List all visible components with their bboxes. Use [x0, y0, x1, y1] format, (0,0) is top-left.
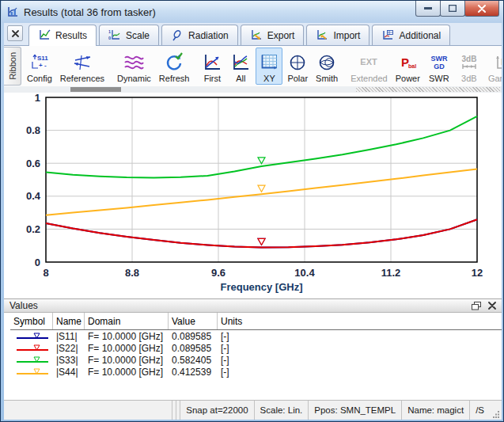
- values-panel-titlebar[interactable]: Values: [4, 298, 502, 313]
- ribbon-side-tab[interactable]: Ribbon: [4, 47, 21, 86]
- toolbar-button-label: XY: [263, 74, 275, 83]
- status-extra: /S: [469, 401, 490, 420]
- toolbar-button-smith[interactable]: Smith: [313, 48, 341, 85]
- tab-results[interactable]: Results: [28, 25, 97, 45]
- toolbar-button-label: SWR: [429, 74, 449, 83]
- additional-icon: [381, 29, 394, 41]
- values-close-button[interactable]: [488, 302, 496, 310]
- refresh-icon: [163, 51, 185, 74]
- tab-strip: Results 1 0 Scale Radiation: [4, 23, 502, 46]
- gamma-icon: Γ K: [492, 51, 502, 74]
- toolbar-button-refresh[interactable]: Refresh: [156, 48, 193, 85]
- toolbar-button-3db[interactable]: 3dB 3dB: [455, 48, 483, 85]
- svg-text:EXT: EXT: [361, 57, 378, 67]
- status-bar: Snap at=22000 Scale: Lin. Ppos: SMN_TEMP…: [4, 400, 502, 420]
- close-button[interactable]: [464, 1, 499, 17]
- svg-text:12: 12: [472, 267, 483, 279]
- toolbar-button-swr[interactable]: SWR GD SWR: [425, 48, 453, 85]
- column-header-name: Name: [53, 313, 85, 329]
- svg-text:0: 0: [35, 257, 40, 268]
- export-icon: [250, 29, 263, 41]
- table-row-s11[interactable]: |S11| F= 10.0000 [GHz] 0.089585 [-]: [10, 330, 502, 342]
- app-window: Results (total 36 from tasker) Results: [0, 0, 504, 422]
- scale-icon: 1 0: [108, 29, 121, 41]
- table-row-s44[interactable]: |S44| F= 10.0000 [GHz] 0.412539 [-]: [10, 366, 502, 378]
- toolbar-button-power[interactable]: P bal Power: [392, 48, 423, 85]
- first-chart-icon: [202, 51, 222, 74]
- svg-text:Frequency [GHz]: Frequency [GHz]: [220, 281, 302, 293]
- toolbar-button-references[interactable]: References: [57, 48, 108, 85]
- column-header-symbol: Symbol: [10, 313, 53, 329]
- tab-export[interactable]: Export: [241, 25, 305, 45]
- svg-text:0: 0: [108, 36, 111, 40]
- svg-text:11.2: 11.2: [381, 267, 401, 279]
- resize-grip[interactable]: [490, 401, 502, 420]
- toolbar: S11 + - Config References: [21, 46, 502, 86]
- column-header-domain: Domain: [85, 313, 169, 329]
- toolbar-button-first[interactable]: First: [199, 48, 225, 85]
- toolbar-button-dynamic[interactable]: Dynamic: [114, 48, 154, 85]
- table-row-s33[interactable]: |S33| F= 10.0000 [GHz] 0.582405 [-]: [10, 354, 502, 366]
- toolbar-button-config[interactable]: S11 + - Config: [24, 48, 55, 85]
- polar-icon: [288, 51, 307, 74]
- values-float-button[interactable]: [472, 302, 481, 310]
- tab-label: Radiation: [188, 30, 229, 41]
- values-table: Symbol Name Domain Value Units |S11| F= …: [4, 313, 502, 400]
- status-ppos: Ppos: SMN_TEMPL: [308, 401, 401, 420]
- table-row-s22[interactable]: |S22| F= 10.0000 [GHz] 0.089585 [-]: [10, 342, 502, 354]
- svg-text:0.8: 0.8: [26, 124, 40, 136]
- status-scale: Scale: Lin.: [254, 401, 309, 420]
- xy-plot[interactable]: 00.20.40.60.8188.89.610.411.212Frequency…: [4, 93, 502, 298]
- toolbar-button-label: Dynamic: [117, 74, 151, 83]
- tab-import[interactable]: Import: [306, 25, 369, 45]
- toolbar-button-label: References: [60, 74, 104, 83]
- toolbar-button-gamma[interactable]: Γ K Gamma: [485, 48, 502, 85]
- import-icon: [316, 29, 328, 41]
- toolbar-button-label: Refresh: [159, 74, 190, 83]
- ribbon-close-button[interactable]: [7, 25, 23, 41]
- app-icon: [6, 6, 19, 18]
- ribbon-scrollbar: [4, 86, 502, 93]
- minimize-icon: [424, 7, 432, 10]
- svg-text:0.2: 0.2: [26, 223, 40, 235]
- svg-text:10.4: 10.4: [294, 267, 315, 279]
- tab-radiation[interactable]: Radiation: [161, 25, 238, 45]
- toolbar-button-label: Config: [27, 74, 52, 83]
- ribbon-grip-texture: [356, 87, 500, 92]
- s11-trace-swatch: [15, 332, 51, 341]
- close-icon: [478, 5, 486, 13]
- results-chart-icon: [38, 29, 51, 41]
- status-spacer: [4, 401, 172, 420]
- toolbar-button-label: Gamma: [488, 74, 502, 83]
- maximize-icon: [449, 5, 457, 12]
- titlebar[interactable]: Results (total 36 from tasker): [2, 1, 504, 23]
- toolbar-button-xy[interactable]: XY: [256, 48, 282, 85]
- s44-trace-swatch: [15, 367, 51, 377]
- toolbar-button-label: Smith: [316, 74, 338, 83]
- tab-label: Results: [55, 30, 87, 41]
- svg-text:8: 8: [43, 267, 48, 279]
- toolbar-button-all[interactable]: All: [227, 48, 254, 85]
- dynamic-waves-icon: [122, 51, 146, 74]
- config-s11-icon: S11 + -: [28, 51, 51, 74]
- ribbon: Ribbon S11 + - Config: [4, 46, 502, 86]
- tab-label: Import: [333, 30, 360, 41]
- svg-text:0.6: 0.6: [26, 158, 40, 169]
- references-arrows-icon: [70, 51, 94, 74]
- maximize-button[interactable]: [440, 1, 465, 17]
- window-title: Results (total 36 from tasker): [24, 6, 156, 18]
- s33-trace-swatch: [15, 355, 51, 365]
- svg-text:SWR: SWR: [430, 55, 447, 63]
- toolbar-button-polar[interactable]: Polar: [284, 48, 311, 85]
- ribbon-side-label: Ribbon: [8, 52, 17, 80]
- minimize-button[interactable]: [415, 1, 441, 17]
- 3db-icon: 3dB: [458, 51, 480, 74]
- toolbar-button-extended[interactable]: EXT Extended: [347, 48, 390, 85]
- chart-panel: 00.20.40.60.8188.89.610.411.212Frequency…: [4, 93, 502, 298]
- smith-icon: [317, 51, 336, 74]
- values-table-header: Symbol Name Domain Value Units: [10, 313, 502, 330]
- tab-scale[interactable]: 1 0 Scale: [99, 25, 159, 45]
- tab-additional[interactable]: Additional: [372, 25, 450, 45]
- ribbon-scrollbar-thumb[interactable]: [70, 87, 121, 92]
- svg-text:9.6: 9.6: [211, 267, 225, 279]
